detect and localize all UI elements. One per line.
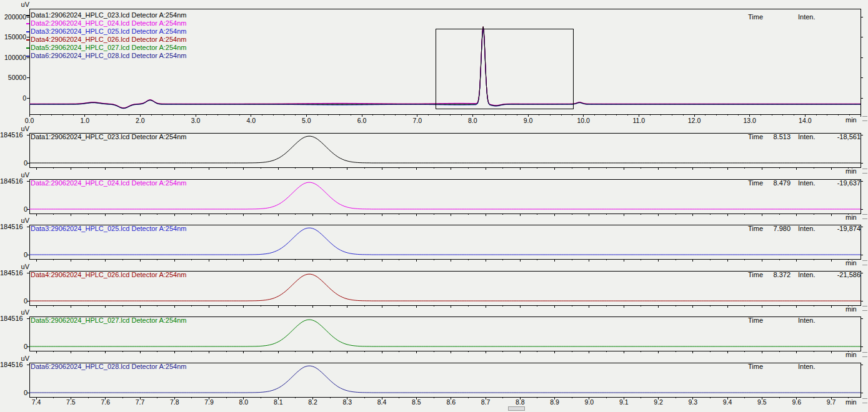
chromatogram-viewer: uV Data1:29062024_HPLC_023.lcd Detector … [0, 0, 868, 412]
svg-text:8.5: 8.5 [412, 398, 421, 406]
svg-text:8.8: 8.8 [516, 398, 525, 406]
panel-resize-handle[interactable] [862, 352, 867, 357]
panel-resize-handle[interactable] [862, 398, 867, 403]
overview-plot[interactable]: 0500001000001500002000000.01.02.03.04.05… [0, 0, 868, 125]
svg-text:8.3: 8.3 [342, 398, 352, 406]
panel-title: Data5:29062024_HPLC_027.lcd Detector A:2… [31, 316, 187, 324]
svg-text:11.0: 11.0 [632, 117, 645, 124]
svg-text:8.0: 8.0 [468, 117, 477, 124]
svg-text:5.0: 5.0 [302, 117, 311, 124]
inten-readout-value: -19,874 [812, 225, 861, 232]
overview-chart: uV Data1:29062024_HPLC_023.lcd Detector … [0, 0, 868, 125]
svg-text:7.5: 7.5 [66, 398, 76, 406]
panel-title: Data3:29062024_HPLC_025.lcd Detector A:2… [31, 225, 187, 232]
svg-text:3.0: 3.0 [191, 117, 201, 124]
svg-text:9.6: 9.6 [792, 398, 801, 406]
x-axis-unit: min [846, 398, 857, 406]
svg-text:9.1: 9.1 [619, 398, 629, 406]
svg-text:0: 0 [22, 94, 26, 102]
svg-text:8.2: 8.2 [308, 398, 317, 406]
panel-resize-handle[interactable] [862, 214, 867, 219]
panel-title: Data2:29062024_HPLC_024.lcd Detector A:2… [31, 179, 187, 187]
svg-text:8.1: 8.1 [274, 398, 283, 406]
time-readout-label: Time [748, 316, 763, 324]
panel-resize-handle[interactable] [862, 169, 867, 174]
inten-readout-value: -19,637 [812, 179, 861, 187]
svg-text:7.4: 7.4 [32, 398, 41, 406]
x-axis-unit: min [846, 116, 857, 124]
svg-text:7.0: 7.0 [412, 117, 422, 124]
svg-text:0.0: 0.0 [25, 117, 34, 124]
svg-text:9.7: 9.7 [827, 398, 836, 406]
time-readout-value: 8.513 [756, 133, 791, 140]
svg-text:8.0: 8.0 [239, 398, 249, 406]
svg-text:8.4: 8.4 [377, 398, 387, 406]
svg-text:14.0: 14.0 [799, 117, 812, 124]
svg-text:9.0: 9.0 [585, 398, 594, 406]
svg-text:8.6: 8.6 [446, 398, 456, 406]
svg-text:9.3: 9.3 [688, 398, 697, 406]
svg-text:12.0: 12.0 [688, 117, 701, 124]
svg-text:9.0: 9.0 [524, 117, 533, 124]
svg-text:50000: 50000 [8, 74, 26, 81]
panel-resize-handle[interactable] [862, 260, 867, 265]
svg-text:4.0: 4.0 [246, 117, 256, 124]
svg-text:8.7: 8.7 [481, 398, 491, 406]
time-readout-label: Time [748, 363, 763, 370]
svg-text:7.8: 7.8 [170, 398, 179, 406]
panel-title: Data4:29062024_HPLC_026.lcd Detector A:2… [31, 271, 187, 278]
inten-readout-label: Inten. [798, 316, 816, 324]
time-readout-value: 8.372 [756, 271, 791, 278]
svg-text:100000: 100000 [4, 54, 26, 61]
time-readout-value: 8.479 [756, 179, 791, 187]
horizontal-scrollbar-thumb[interactable] [508, 406, 525, 411]
svg-text:7.9: 7.9 [204, 398, 214, 406]
svg-text:9.4: 9.4 [723, 398, 732, 406]
inten-readout-value: -18,561 [812, 133, 861, 140]
svg-text:8.9: 8.9 [550, 398, 559, 406]
panel-title: Data6:29062024_HPLC_028.lcd Detector A:2… [31, 363, 187, 370]
svg-text:10.0: 10.0 [577, 117, 590, 124]
panel-resize-handle[interactable] [862, 306, 867, 311]
svg-text:7.6: 7.6 [101, 398, 110, 406]
svg-text:9.5: 9.5 [757, 398, 767, 406]
svg-text:200000: 200000 [4, 13, 26, 21]
svg-text:7.7: 7.7 [136, 398, 145, 406]
svg-text:9.2: 9.2 [654, 398, 663, 406]
svg-text:13.0: 13.0 [743, 117, 756, 124]
panel-title: Data1:29062024_HPLC_023.lcd Detector A:2… [31, 133, 187, 140]
svg-text:2.0: 2.0 [136, 117, 145, 124]
svg-text:6.0: 6.0 [357, 117, 367, 124]
chromatogram-panel-data6: uV 184516 0 7.47.57.67.77.87.98.08.18.28… [0, 355, 868, 408]
svg-text:150000: 150000 [4, 33, 26, 41]
inten-readout-value: -21,586 [812, 271, 861, 278]
inten-readout-label: Inten. [798, 363, 816, 370]
time-readout-value: 7.980 [756, 225, 791, 232]
panel-resize-handle[interactable] [862, 116, 867, 121]
svg-text:1.0: 1.0 [80, 117, 89, 124]
